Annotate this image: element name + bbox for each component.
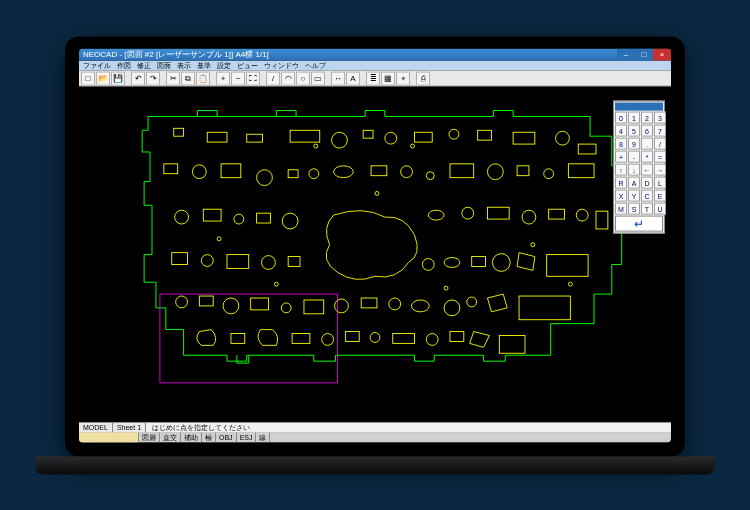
svg-point-72 <box>314 144 318 148</box>
menu-item-3[interactable]: 図面 <box>157 61 171 71</box>
palette-btn-→[interactable]: → <box>654 164 666 176</box>
svg-rect-0 <box>174 128 184 136</box>
menu-item-2[interactable]: 修正 <box>137 61 151 71</box>
svg-rect-39 <box>596 211 608 229</box>
palette-btn-M[interactable]: M <box>615 203 627 215</box>
palette-btn-A[interactable]: A <box>628 177 640 189</box>
circle-icon[interactable]: ○ <box>296 71 310 85</box>
cut-icon[interactable]: ✂ <box>166 71 180 85</box>
maximize-button[interactable]: □ <box>635 49 653 61</box>
grid-icon[interactable]: ▦ <box>381 71 395 85</box>
palette-btn-1[interactable]: 1 <box>628 112 640 124</box>
svg-rect-66 <box>345 332 359 342</box>
menu-item-8[interactable]: ウィンドウ <box>264 61 299 71</box>
svg-point-76 <box>531 243 535 247</box>
menu-item-0[interactable]: ファイル <box>83 61 111 71</box>
menu-item-6[interactable]: 設定 <box>217 61 231 71</box>
palette-btn-5[interactable]: 5 <box>628 125 640 137</box>
redo-icon[interactable]: ↷ <box>146 71 160 85</box>
svg-point-19 <box>334 166 354 178</box>
status-toggle-4[interactable]: OBJ <box>216 433 237 443</box>
svg-rect-13 <box>164 164 178 174</box>
palette-btn-T[interactable]: T <box>641 203 653 215</box>
palette-btn-3[interactable]: 3 <box>654 112 666 124</box>
minimize-button[interactable]: – <box>617 49 635 61</box>
zoom-out-icon[interactable]: − <box>231 71 245 85</box>
svg-point-48 <box>492 254 510 272</box>
status-toggle-3[interactable]: 極 <box>202 433 216 443</box>
status-toggle-0[interactable]: 図層 <box>139 433 160 443</box>
palette-btn-←[interactable]: ← <box>641 164 653 176</box>
palette-btn-X[interactable]: X <box>615 190 627 202</box>
status-tab-sheet1[interactable]: Sheet 1 <box>113 423 146 433</box>
svg-point-22 <box>426 172 434 180</box>
svg-point-16 <box>257 170 273 186</box>
status-coord <box>79 433 139 443</box>
palette-btn-S[interactable]: S <box>628 203 640 215</box>
palette-btn-U[interactable]: U <box>654 203 666 215</box>
save-icon[interactable]: 💾 <box>111 71 125 85</box>
line-icon[interactable]: / <box>266 71 280 85</box>
svg-point-4 <box>332 132 348 148</box>
palette-enter-button[interactable]: ↵ <box>615 216 663 232</box>
palette-btn-↑[interactable]: ↑ <box>615 164 627 176</box>
palette-btn-/[interactable]: / <box>654 138 666 150</box>
print-icon[interactable]: ⎙ <box>416 71 430 85</box>
toolbar: □📂💾↶↷✂⧉📋+−⛶/◠○▭↔A≣▦⌖⎙ <box>79 71 671 87</box>
palette-btn--[interactable]: - <box>628 151 640 163</box>
new-icon[interactable]: □ <box>81 71 95 85</box>
svg-rect-40 <box>172 253 188 265</box>
command-prompt: はじめに点を指定してください <box>146 423 671 433</box>
palette-btn-L[interactable]: L <box>654 177 666 189</box>
drawing-canvas[interactable] <box>79 87 671 423</box>
palette-btn-↓[interactable]: ↓ <box>628 164 640 176</box>
layer-icon[interactable]: ≣ <box>366 71 380 85</box>
zoom-in-icon[interactable]: + <box>216 71 230 85</box>
palette-btn-=[interactable]: = <box>654 151 666 163</box>
palette-btn-.[interactable]: . <box>641 138 653 150</box>
palette-btn-7[interactable]: 7 <box>654 125 666 137</box>
toolbar-sep <box>361 71 365 85</box>
dim-icon[interactable]: ↔ <box>331 71 345 85</box>
close-button[interactable]: × <box>653 49 671 61</box>
zoom-fit-icon[interactable]: ⛶ <box>246 71 260 85</box>
palette-btn-2[interactable]: 2 <box>641 112 653 124</box>
palette-btn-D[interactable]: D <box>641 177 653 189</box>
status-toggle-1[interactable]: 直交 <box>160 433 181 443</box>
window-buttons: – □ × <box>617 49 671 61</box>
text-icon[interactable]: A <box>346 71 360 85</box>
palette-btn-9[interactable]: 9 <box>628 138 640 150</box>
title-bar: NEOCAD - [図面 #2 [レーザーサンプル 1]] A4横 1/1] –… <box>79 49 671 61</box>
palette-btn-Y[interactable]: Y <box>628 190 640 202</box>
arc-icon[interactable]: ◠ <box>281 71 295 85</box>
rect-icon[interactable]: ▭ <box>311 71 325 85</box>
status-toggle-2[interactable]: 補助 <box>181 433 202 443</box>
svg-point-69 <box>426 334 438 346</box>
menu-item-1[interactable]: 作図 <box>117 61 131 71</box>
palette-btn-C[interactable]: C <box>641 190 653 202</box>
palette-btn-0[interactable]: 0 <box>615 112 627 124</box>
menu-item-9[interactable]: ヘルプ <box>305 61 326 71</box>
status-toggle-5[interactable]: ESJ <box>237 433 257 443</box>
palette-btn-4[interactable]: 4 <box>615 125 627 137</box>
snap-icon[interactable]: ⌖ <box>396 71 410 85</box>
palette-btn-R[interactable]: R <box>615 177 627 189</box>
paste-icon[interactable]: 📋 <box>196 71 210 85</box>
palette-btn-E[interactable]: E <box>654 190 666 202</box>
copy-icon[interactable]: ⧉ <box>181 71 195 85</box>
open-icon[interactable]: 📂 <box>96 71 110 85</box>
status-toggle-6[interactable]: 線 <box>256 433 270 443</box>
menu-item-5[interactable]: 基準 <box>197 61 211 71</box>
palette-btn-+[interactable]: + <box>615 151 627 163</box>
svg-point-52 <box>223 298 239 314</box>
status-tab-model[interactable]: MODEL <box>79 423 113 433</box>
palette-btn-*[interactable]: * <box>641 151 653 163</box>
palette-titlebar[interactable] <box>615 103 663 111</box>
svg-point-14 <box>192 165 206 179</box>
undo-icon[interactable]: ↶ <box>131 71 145 85</box>
palette-btn-6[interactable]: 6 <box>641 125 653 137</box>
menu-item-7[interactable]: ビュー <box>237 61 258 71</box>
menu-item-4[interactable]: 表示 <box>177 61 191 71</box>
palette-btn-8[interactable]: 8 <box>615 138 627 150</box>
svg-point-34 <box>462 207 474 219</box>
